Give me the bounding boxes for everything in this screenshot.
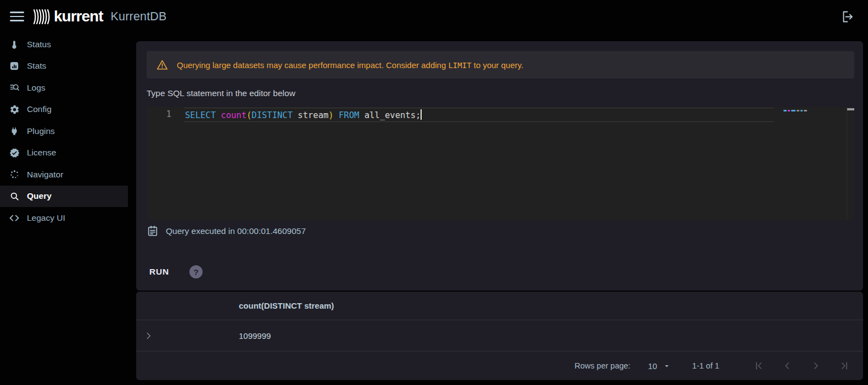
table-row[interactable]: 1099999 [136, 320, 863, 351]
sidebar-item-label: Plugins [27, 126, 55, 136]
results-panel: count(DISTINCT stream) 1099999 Rows per … [136, 292, 863, 380]
sidebar-item-label: Legacy UI [27, 213, 65, 223]
warning-code-keyword: LIMIT [448, 61, 471, 70]
license-badge-icon [9, 147, 20, 158]
editor-line-number: 1 [147, 109, 171, 119]
editor-code-line[interactable]: SELECT count(DISTINCT stream) FROM all_e… [185, 109, 422, 120]
sidebar-item-plugins[interactable]: Plugins [0, 120, 128, 142]
code-brackets-icon [9, 213, 20, 224]
sidebar-item-label: License [27, 148, 56, 158]
gear-icon [9, 104, 20, 115]
sql-token: all_events; [359, 110, 421, 120]
results-header-row: count(DISTINCT stream) [136, 292, 863, 320]
clipboard-icon [147, 225, 159, 237]
editor-hint-label: Type SQL statement in the editor below [147, 88, 295, 98]
sidebar-item-label: Query [27, 191, 52, 201]
logout-icon[interactable] [840, 9, 855, 24]
sidebar-item-label: Status [27, 40, 51, 49]
sidebar-item-logs[interactable]: Logs [0, 77, 128, 99]
pagination-footer: Rows per page: 10 1-1 of 1 [136, 351, 863, 380]
rows-per-page-label: Rows per page: [575, 361, 631, 370]
sql-token: ) [328, 110, 333, 120]
navigator-dots-icon [9, 169, 20, 180]
sql-token: stream [293, 110, 328, 120]
sidebar-item-stats[interactable]: Stats [0, 55, 128, 77]
run-row: RUN ? [149, 264, 203, 280]
sql-token: DISTINCT [251, 110, 293, 120]
execution-status-text: Query executed in 00:00:01.4609057 [166, 226, 306, 236]
kurrent-logo-icon [32, 6, 52, 27]
thermometer-icon [9, 39, 20, 50]
help-icon[interactable]: ? [189, 265, 203, 278]
sidebar-item-config[interactable]: Config [0, 99, 128, 121]
sql-token: FROM [339, 110, 359, 120]
sidebar-item-label: Stats [27, 61, 46, 71]
page-range-label: 1-1 of 1 [692, 361, 719, 370]
sidebar-item-label: Logs [27, 83, 46, 93]
sidebar: Status Stats Logs [0, 34, 128, 229]
sidebar-item-legacy-ui[interactable]: Legacy UI [0, 207, 128, 229]
warning-text: Querying large datasets may cause perfor… [177, 60, 523, 70]
next-page-button[interactable] [810, 360, 821, 371]
editor-scrollbar-track [847, 107, 847, 220]
product-name: KurrentDB [110, 10, 166, 24]
sidebar-item-license[interactable]: License [0, 142, 128, 164]
execution-status-row: Query executed in 00:00:01.4609057 [147, 225, 306, 237]
search-icon [9, 191, 20, 202]
editor-scrollbar-thumb[interactable] [847, 108, 854, 110]
warning-triangle-icon [156, 59, 169, 71]
run-button[interactable]: RUN [149, 267, 169, 277]
dropdown-caret-icon [663, 362, 670, 370]
brand-name: kurrent [54, 8, 103, 25]
text-cursor [421, 109, 422, 120]
last-page-button[interactable] [839, 360, 850, 371]
column-header: count(DISTINCT stream) [239, 301, 334, 310]
bar-chart-icon [9, 60, 20, 71]
sql-token [334, 110, 339, 120]
sql-token: ( [247, 110, 251, 120]
sidebar-item-query[interactable]: Query [0, 186, 128, 208]
sidebar-item-label: Navigator [27, 170, 63, 180]
plug-icon [9, 126, 20, 137]
editor-minimap [783, 110, 807, 111]
sql-token: SELECT [185, 110, 221, 120]
previous-page-button[interactable] [782, 360, 793, 371]
sql-token: count [221, 110, 247, 120]
rows-per-page-value: 10 [648, 361, 657, 371]
sidebar-item-label: Config [27, 104, 52, 114]
hamburger-menu-icon[interactable] [10, 12, 24, 21]
sidebar-item-navigator[interactable]: Navigator [0, 164, 128, 186]
sidebar-item-status[interactable]: Status [0, 34, 128, 55]
log-search-icon [9, 82, 20, 93]
top-bar: kurrent KurrentDB [0, 0, 868, 33]
first-page-button[interactable] [753, 360, 764, 371]
warning-banner: Querying large datasets may cause perfor… [147, 51, 854, 79]
cell-value: 1099999 [239, 331, 271, 341]
sql-editor[interactable]: 1 SELECT count(DISTINCT stream) FROM all… [147, 107, 854, 220]
query-panel: Querying large datasets may cause perfor… [136, 41, 863, 291]
rows-per-page-select[interactable]: 10 [648, 361, 670, 371]
expand-row-chevron-icon[interactable] [144, 331, 153, 341]
